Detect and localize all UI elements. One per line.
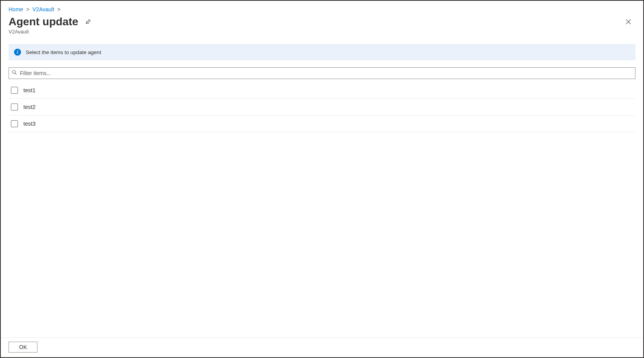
page-title: Agent update (9, 16, 78, 28)
info-banner: i Select the items to update agent (9, 44, 635, 60)
item-label: test3 (23, 121, 35, 127)
chevron-right-icon: > (57, 6, 60, 12)
page-subtitle: V2Avault (9, 29, 635, 44)
checkbox[interactable] (11, 104, 18, 111)
info-icon: i (14, 49, 21, 56)
checkbox[interactable] (11, 87, 18, 94)
filter-wrap (9, 67, 635, 79)
checkbox[interactable] (11, 120, 18, 127)
breadcrumb-link-home[interactable]: Home (9, 6, 23, 12)
chevron-right-icon: > (26, 6, 29, 12)
item-label: test2 (23, 104, 35, 110)
list-item[interactable]: test1 (9, 82, 635, 99)
filter-input[interactable] (9, 67, 635, 79)
title-row: Agent update (9, 16, 635, 29)
list-item[interactable]: test3 (9, 116, 635, 132)
info-message: Select the items to update agent (26, 49, 101, 55)
item-label: test1 (23, 87, 35, 93)
pin-icon[interactable] (85, 18, 92, 25)
breadcrumb: Home > V2Avault > (9, 5, 635, 16)
close-icon[interactable] (624, 17, 633, 26)
ok-button[interactable]: OK (9, 342, 37, 353)
list-item[interactable]: test2 (9, 99, 635, 116)
footer: OK (1, 337, 643, 357)
breadcrumb-link-vault[interactable]: V2Avault (32, 6, 54, 12)
item-list: test1 test2 test3 (9, 82, 635, 357)
